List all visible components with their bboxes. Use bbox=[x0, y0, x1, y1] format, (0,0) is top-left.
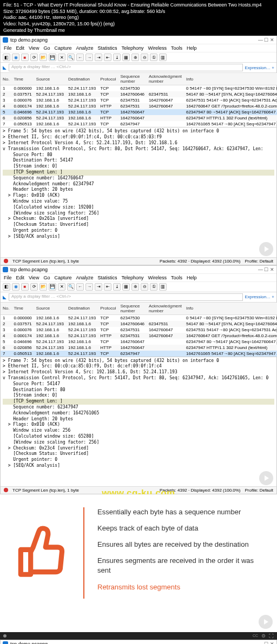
detail-line[interactable]: Acknowledgment number: 62347947 bbox=[3, 182, 274, 187]
toolbar-auto-icon[interactable]: ⤓ bbox=[113, 53, 121, 61]
toolbar-jump-icon[interactable]: ⇥ bbox=[95, 53, 102, 61]
menu-wireless[interactable]: Wireless bbox=[148, 45, 167, 51]
toolbar-open-icon[interactable]: 📂 bbox=[39, 283, 47, 291]
menu-tools[interactable]: Tools bbox=[171, 45, 182, 51]
detail-line[interactable]: > Frame 7: 54 bytes on wire (432 bits), … bbox=[3, 358, 274, 364]
menu-bar[interactable]: FileEditViewGoCaptureAnalyzeStatisticsTe… bbox=[1, 44, 276, 52]
toolbar-save-icon[interactable]: 💾 bbox=[49, 53, 56, 61]
column-header[interactable]: Acknowledgment number bbox=[147, 303, 184, 315]
detail-line[interactable]: [Stream index: 0] bbox=[3, 393, 274, 399]
packet-row[interactable]: 50.04669652.24.117.193192.168.1.6TCP1642… bbox=[1, 339, 277, 345]
toolbar-find-icon[interactable]: 🔍 bbox=[67, 53, 75, 61]
toolbar-restart-icon[interactable]: ⟳ bbox=[30, 283, 38, 291]
packet-row[interactable]: 70.050513192.168.1.652.24.117.193TCP6234… bbox=[1, 121, 277, 127]
menu-go[interactable]: Go bbox=[43, 275, 50, 280]
display-filter-input[interactable]: Apply a display filter … <Ctrl-/> bbox=[9, 64, 243, 71]
column-header[interactable]: Destination bbox=[66, 73, 98, 85]
toolbar-jump-icon[interactable]: ⇥ bbox=[95, 283, 102, 291]
packet-row[interactable]: 20.03757152.24.117.193192.168.1.6TCP1642… bbox=[1, 91, 277, 97]
menu-file[interactable]: File bbox=[4, 45, 12, 51]
column-header[interactable]: Protocol bbox=[98, 73, 118, 85]
menu-go[interactable]: Go bbox=[43, 45, 50, 51]
play-icon[interactable] bbox=[259, 242, 273, 256]
player-bar[interactable]: CC⚙⛶ bbox=[0, 632, 277, 640]
detail-line[interactable]: > [SEQ/ACK analysis] bbox=[3, 234, 274, 240]
toolbar-color-icon[interactable]: ▦ bbox=[122, 283, 130, 291]
toolbar-zoom-in-icon[interactable]: ⊕ bbox=[131, 53, 139, 61]
menu-file[interactable]: File bbox=[4, 275, 12, 280]
menu-bar[interactable]: FileEditViewGoCaptureAnalyzeStatisticsTe… bbox=[1, 274, 276, 282]
detail-line[interactable]: [Stream index: 0] bbox=[3, 164, 274, 170]
menu-statistics[interactable]: Statistics bbox=[97, 275, 117, 280]
column-header[interactable]: Time bbox=[11, 73, 34, 85]
detail-line[interactable]: [Calculated window size: 65280] bbox=[3, 434, 274, 440]
detail-line[interactable]: > [SEQ/ACK analysis] bbox=[3, 463, 274, 469]
packet-list[interactable]: No.TimeSourceDestinationProtocolSequence… bbox=[1, 303, 277, 357]
packet-list[interactable]: No.TimeSourceDestinationProtocolSequence… bbox=[1, 73, 277, 127]
detail-line[interactable]: [Checksum Status: Unverified] bbox=[3, 222, 274, 228]
detail-line[interactable]: Acknowledgment number: 1642761065 bbox=[3, 411, 274, 417]
toolbar-resize-icon[interactable]: ▥ bbox=[159, 53, 167, 61]
menu-help[interactable]: Help bbox=[187, 275, 197, 280]
menu-edit[interactable]: Edit bbox=[16, 275, 25, 280]
detail-line[interactable]: [Checksum Status: Unverified] bbox=[3, 451, 274, 457]
toolbar-close-icon[interactable]: ✕ bbox=[58, 283, 65, 291]
column-header[interactable]: Sequence number bbox=[118, 73, 147, 85]
packet-row[interactable]: 60.02085652.24.117.193192.168.1.6HTTP164… bbox=[1, 115, 277, 121]
detail-line[interactable]: [Calculated window size: 19200] bbox=[3, 205, 274, 211]
toolbar[interactable]: ◧ ◉ ■ ⟳ 📂 💾 ✕ 🔍 ← → ⇥ ⇤ ⤓ ▦ ⊕ ⊖ ① ▥ bbox=[1, 282, 276, 292]
column-header[interactable]: Protocol bbox=[98, 303, 118, 315]
column-header[interactable]: Destination bbox=[66, 303, 98, 315]
detail-line[interactable]: > Ethernet II, Src: dc:ef:09:0f:1f:c4, D… bbox=[3, 135, 274, 140]
toolbar-find-icon[interactable]: 🔍 bbox=[67, 283, 75, 291]
column-header[interactable]: Info bbox=[184, 303, 277, 315]
menu-edit[interactable]: Edit bbox=[16, 45, 25, 51]
toolbar[interactable]: ◧ ◉ ■ ⟳ 📂 💾 ✕ 🔍 ← → ⇥ ⇤ ⤓ ▦ ⊕ ⊖ ① ▥ bbox=[1, 52, 276, 63]
detail-line[interactable]: > Internet Protocol Version 4, Src: 192.… bbox=[3, 370, 274, 375]
detail-line[interactable]: [Window size scaling factor: 256] bbox=[3, 440, 274, 446]
column-header[interactable]: Time bbox=[11, 303, 34, 315]
detail-line[interactable]: Header Length: 20 bytes bbox=[3, 187, 274, 193]
detail-line[interactable]: > Frame 5: 54 bytes on wire (432 bits), … bbox=[3, 129, 274, 135]
packet-row[interactable]: 40.000174192.168.1.652.24.117.193HTTP623… bbox=[1, 333, 277, 339]
toolbar-resize-icon[interactable]: ▥ bbox=[159, 283, 167, 291]
packet-details[interactable]: > Frame 5: 54 bytes on wire (432 bits), … bbox=[1, 127, 276, 240]
menu-statistics[interactable]: Statistics bbox=[97, 45, 117, 51]
detail-line[interactable]: [TCP Segment Len: ] bbox=[3, 170, 274, 176]
packet-row[interactable]: 20.03757152.24.117.193192.168.1.6TCP1642… bbox=[1, 321, 277, 327]
toolbar-open-icon[interactable]: 📂 bbox=[39, 53, 47, 61]
expert-info-icon[interactable] bbox=[4, 488, 8, 492]
toolbar-fwd-icon[interactable]: → bbox=[85, 53, 93, 61]
toolbar-save-icon[interactable]: 💾 bbox=[49, 283, 56, 291]
window-controls[interactable]: — ☐ ✕ bbox=[258, 641, 274, 644]
settings-icon[interactable]: ⚙ bbox=[261, 633, 266, 639]
detail-line[interactable]: Window size value: 256 bbox=[3, 428, 274, 434]
detail-line[interactable]: Header Length: 20 bytes bbox=[3, 417, 274, 422]
toolbar-start-icon[interactable]: ◉ bbox=[12, 283, 19, 291]
play-icon[interactable] bbox=[259, 615, 273, 629]
detail-line[interactable]: Destination Port: 80 bbox=[3, 387, 274, 393]
menu-tools[interactable]: Tools bbox=[171, 275, 182, 280]
column-header[interactable]: Info bbox=[184, 73, 277, 85]
display-filter-input[interactable]: Apply a display filter … <Ctrl-/> bbox=[9, 293, 243, 301]
toolbar-first-icon[interactable]: ⇤ bbox=[104, 283, 111, 291]
packet-row[interactable]: 10.000000192.168.1.652.24.117.193TCP6234… bbox=[1, 85, 277, 92]
toolbar-zoom-reset-icon[interactable]: ① bbox=[150, 53, 157, 61]
play-icon[interactable] bbox=[259, 471, 273, 485]
toolbar-fwd-icon[interactable]: → bbox=[85, 283, 93, 291]
packet-details[interactable]: > Frame 7: 54 bytes on wire (432 bits), … bbox=[1, 357, 276, 470]
detail-line[interactable]: > Flags: 0x010 (ACK) bbox=[3, 422, 274, 428]
toolbar-start-icon[interactable]: ◉ bbox=[12, 53, 19, 61]
expression-button[interactable]: Expression… + bbox=[245, 65, 274, 70]
detail-line[interactable]: v Transmission Control Protocol, Src Por… bbox=[3, 146, 274, 152]
menu-capture[interactable]: Capture bbox=[54, 45, 71, 51]
detail-line[interactable]: Destination Port: 54147 bbox=[3, 158, 274, 164]
detail-line[interactable]: > Internet Protocol Version 4, Src: 52.2… bbox=[3, 140, 274, 146]
detail-line[interactable]: > Checksum: 0x23c4 [unverified] bbox=[3, 446, 274, 452]
toolbar-zoom-reset-icon[interactable]: ① bbox=[150, 283, 157, 291]
column-header[interactable]: Acknowledgment number bbox=[147, 73, 184, 85]
detail-line[interactable]: Urgent pointer: 0 bbox=[3, 457, 274, 463]
menu-help[interactable]: Help bbox=[187, 45, 197, 51]
detail-line[interactable]: > Ethernet II, Src: 00:c0:ca:85:03:f9, D… bbox=[3, 364, 274, 370]
toolbar-zoom-out-icon[interactable]: ⊖ bbox=[141, 283, 148, 291]
